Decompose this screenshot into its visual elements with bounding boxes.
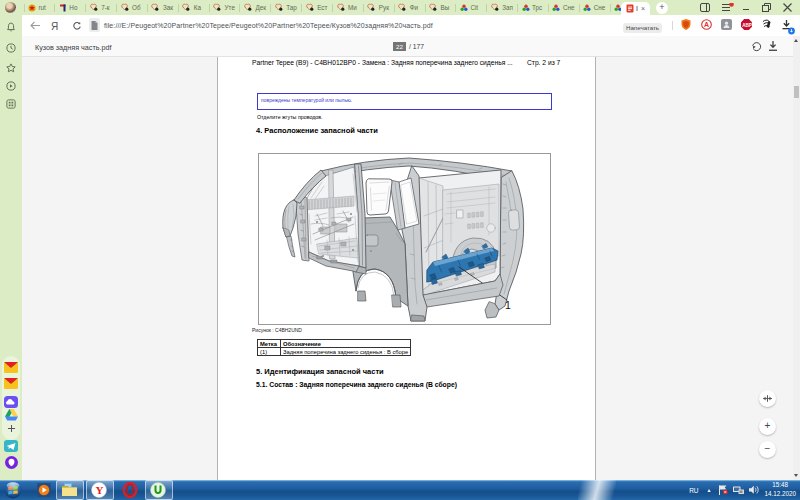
svg-text:Я: Я	[51, 21, 58, 32]
svg-text:A: A	[704, 21, 709, 28]
svg-text:1: 1	[505, 299, 511, 311]
svg-text:Y: Y	[96, 484, 104, 496]
svg-text:ABP: ABP	[742, 23, 752, 28]
